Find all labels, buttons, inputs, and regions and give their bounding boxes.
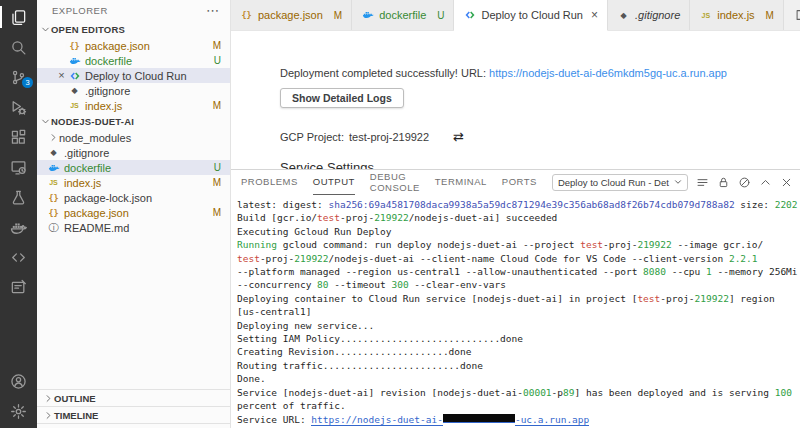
output-text: test — [637, 293, 660, 304]
service-url-link[interactable]: https://nodejs-duet-ai- — [311, 414, 443, 426]
activity-bar-top: 3 — [0, 2, 37, 302]
output-line: Routing traffic........................d… — [237, 359, 800, 372]
readme-file-icon: ⓘ — [47, 221, 60, 234]
output-filter-icon[interactable] — [696, 176, 709, 189]
activity-item-testing[interactable] — [0, 182, 37, 212]
close-editor-icon[interactable]: × — [55, 70, 68, 81]
panel-tab-terminal[interactable]: TERMINAL — [435, 170, 487, 195]
open-editors-list: {}package.jsonMdockerfileU×Deploy to Clo… — [37, 38, 230, 113]
tree-item[interactable]: ⓘREADME.md — [37, 220, 230, 235]
tree-item[interactable]: JSindex.jsM — [37, 175, 230, 190]
switch-project-icon[interactable]: ⇄ — [453, 129, 464, 144]
output-log: latest: digest: sha256:69a4581708daca993… — [231, 195, 800, 428]
chevron-down-icon — [39, 24, 51, 36]
service-url-link[interactable]: -uc.a.run.app — [515, 414, 589, 426]
git-status-badge: M — [213, 177, 221, 188]
maximize-panel-icon[interactable] — [759, 176, 772, 189]
output-line: Executing Gcloud Run Deploy — [237, 225, 800, 238]
deployment-url-link[interactable]: https://nodejs-duet-ai-de6mkdm5gq-uc.a.r… — [489, 67, 727, 79]
activity-item-docker[interactable] — [0, 212, 37, 242]
output-text: size: — [735, 199, 775, 210]
panel-tab-debug-console[interactable]: DEBUG CONSOLE — [370, 170, 420, 195]
output-text: -proj- — [340, 212, 374, 223]
panel-tab-problems[interactable]: PROBLEMS — [241, 170, 298, 195]
file-label: .gitignore — [64, 147, 221, 159]
output-line: Service URL: https://nodejs-duet-ai--uc.… — [237, 413, 800, 426]
git-status-badge: M — [213, 100, 221, 111]
file-label: node_modules — [59, 132, 221, 144]
activity-item-duet-ai[interactable] — [0, 272, 37, 302]
clear-output-icon[interactable] — [738, 176, 751, 189]
activity-item-account[interactable] — [0, 366, 37, 396]
output-text: 89 — [563, 387, 574, 398]
output-text: test — [317, 212, 340, 223]
output-line: test-proj-219922/nodejs-duet-ai --client… — [237, 252, 800, 265]
open-editor-item[interactable]: dockerfileU — [37, 53, 230, 68]
explorer-icon — [10, 9, 27, 26]
sidebar-section-timeline[interactable]: TIMELINE — [37, 406, 230, 423]
output-line: Deploying new service... — [237, 319, 800, 332]
open-editor-item[interactable]: JSindex.jsM — [37, 98, 230, 113]
docker-file-icon — [47, 161, 60, 174]
tab-package-json[interactable]: {}package.jsonM — [231, 0, 352, 30]
tab-label: dockerfile — [379, 9, 426, 21]
sidebar-section-partial — [37, 423, 230, 428]
tree-item[interactable]: {}package-lock.json — [37, 190, 230, 205]
file-label: package.json — [64, 207, 207, 219]
chevron-down-icon — [39, 116, 51, 128]
open-editors-header[interactable]: OPEN EDITORS — [37, 21, 230, 38]
open-editor-item[interactable]: {}package.jsonM — [37, 38, 230, 53]
tree-item[interactable]: {}package.jsonM — [37, 205, 230, 220]
tab-label: index.js — [717, 9, 754, 21]
editor-area: {}package.jsonMdockerfileUDeploy to Clou… — [231, 0, 800, 428]
sidebar-section-outline[interactable]: OUTLINE — [37, 389, 230, 406]
open-editor-item[interactable]: ×Deploy to Cloud Run — [37, 68, 230, 83]
js-file-icon: JS — [699, 9, 712, 22]
explorer-more-actions-icon[interactable]: ⋯ — [206, 3, 220, 18]
close-tab-icon[interactable]: × — [591, 9, 598, 21]
output-text: --image gcr.io/ — [672, 239, 764, 250]
close-panel-icon[interactable] — [780, 176, 793, 189]
lock-scroll-icon[interactable] — [717, 176, 730, 189]
show-detailed-logs-button[interactable]: Show Detailed Logs — [280, 88, 404, 108]
tab-dockerfile[interactable]: dockerfileU — [352, 0, 454, 30]
activity-item-cloud-code[interactable] — [0, 242, 37, 272]
activity-item-source-control[interactable]: 3 — [0, 62, 37, 92]
activity-item-extensions[interactable] — [0, 122, 37, 152]
js-file-icon: JS — [68, 99, 81, 112]
output-text: percent of traffic. — [237, 400, 346, 411]
testing-icon — [10, 189, 27, 206]
output-channel-select[interactable]: Deploy to Cloud Run - Det — [552, 174, 688, 191]
tab--gitignore[interactable]: ◆.gitignore — [608, 0, 690, 30]
section-label: OUTLINE — [54, 393, 96, 404]
gcp-project-label: GCP Project: — [280, 131, 344, 143]
activity-item-search[interactable] — [0, 32, 37, 62]
js-file-icon: JS — [47, 176, 60, 189]
output-text: test — [237, 253, 260, 264]
output-text: sha256:69a4581708daca9938a5a59dc871294e3… — [329, 199, 735, 210]
tree-item[interactable]: node_modules — [37, 130, 230, 145]
activity-item-run-debug[interactable] — [0, 92, 37, 122]
open-editor-item[interactable]: ◆.gitignore — [37, 83, 230, 98]
duet-ai-icon — [10, 279, 27, 296]
activity-item-remote-explorer[interactable] — [0, 152, 37, 182]
tabs: {}package.jsonMdockerfileUDeploy to Clou… — [231, 0, 784, 30]
split-editor-icon[interactable] — [795, 8, 800, 22]
cloudcode-file-icon — [68, 69, 81, 82]
tree-item[interactable]: ◆.gitignore — [37, 145, 230, 160]
output-text: --platform managed --region us-central1 … — [237, 266, 643, 277]
tab-deploy-to-cloud-run[interactable]: Deploy to Cloud Run× — [454, 0, 608, 31]
activity-item-settings[interactable] — [0, 396, 37, 426]
panel-tab-ports[interactable]: PORTS — [502, 170, 537, 195]
project-label: NODEJS-DUET-AI — [51, 116, 134, 127]
tree-item[interactable]: dockerfileU — [37, 160, 230, 175]
chevron-right-icon — [47, 132, 59, 144]
tab-index-js[interactable]: JSindex.jsM — [690, 0, 784, 30]
project-header[interactable]: NODEJS-DUET-AI — [37, 113, 230, 130]
json-file-icon: {} — [240, 9, 253, 22]
activity-item-explorer[interactable] — [0, 2, 37, 32]
panel-tab-output[interactable]: OUTPUT — [313, 170, 355, 195]
output-text: 2202 — [775, 199, 798, 210]
output-line: --platform managed --region us-central1 … — [237, 265, 800, 278]
output-text: Setting IAM Policy......................… — [237, 333, 523, 344]
